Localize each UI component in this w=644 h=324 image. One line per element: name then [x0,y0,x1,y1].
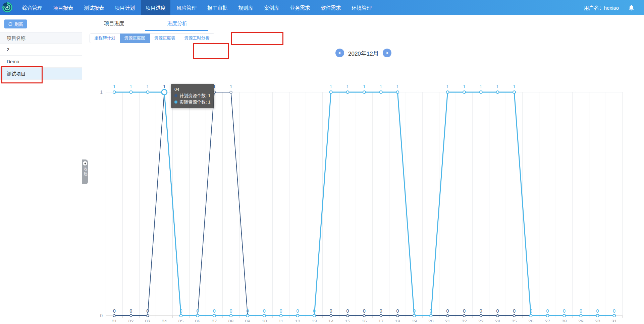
point-planned-22[interactable] [463,315,466,317]
app-logo[interactable] [0,0,15,15]
point-actual-30[interactable] [596,314,599,317]
sidebar-collapse-handle[interactable]: 收起 [82,159,88,184]
point-planned-14[interactable] [330,315,332,317]
point-actual-08[interactable] [230,314,232,317]
point-planned-15[interactable] [346,315,349,317]
value-label-bottom-08: 0 [230,308,232,314]
tab-1[interactable]: 项目进度 [83,15,146,31]
point-actual-07[interactable] [213,314,216,317]
nav-item-11[interactable]: 软件需求 [316,0,345,15]
point-actual-25[interactable] [513,91,516,93]
point-actual-18[interactable] [396,91,399,93]
nav-item-5[interactable]: 项目进度 [141,0,170,15]
point-actual-15[interactable] [346,91,349,93]
point-actual-16[interactable] [363,91,366,93]
point-planned-17[interactable] [380,315,382,317]
resource-progress-chart[interactable]: 1001020304050607080910111213141516171819… [94,67,637,322]
nav-item-8[interactable]: 规则库 [233,0,258,15]
value-label-bottom-16: 0 [363,308,366,314]
nav-item-6[interactable]: 风险管理 [172,0,201,15]
x-tick-label-19: 19 [412,319,417,322]
point-actual-09[interactable] [246,314,249,317]
x-tick-label-15: 15 [345,319,351,322]
point-actual-26[interactable] [530,314,532,317]
point-planned-24[interactable] [496,315,499,317]
point-actual-17[interactable] [380,91,382,93]
subtab-3[interactable]: 资源进度表 [150,34,180,43]
point-actual-23[interactable] [480,91,482,93]
subtab-2[interactable]: 资源进度图 [120,34,150,43]
value-label-top-03: 1 [146,84,149,89]
x-tick-label-25: 25 [512,319,517,322]
project-row-3[interactable]: 测试项目 [0,68,82,80]
point-actual-28[interactable] [563,314,566,317]
nav-item-4[interactable]: 项目计划 [110,0,140,15]
point-actual-21[interactable] [446,91,449,93]
point-planned-01[interactable] [113,315,115,317]
project-table: 项目名称 2Demo测试项目 [0,32,82,80]
subtab-4[interactable]: 资源工时分析 [180,34,214,43]
point-planned-25[interactable] [513,315,516,317]
point-planned-02[interactable] [130,315,132,317]
x-tick-label-06: 06 [195,319,200,322]
value-label-top-23: 1 [480,84,482,89]
subtab-1[interactable]: 里程碑计划 [90,34,120,43]
point-actual-13[interactable] [313,314,316,317]
project-row-1[interactable]: 2 [0,44,82,56]
value-label-bottom-29: 0 [580,308,582,314]
value-label-bottom-03: 0 [146,308,149,314]
x-tick-label-24: 24 [495,319,500,322]
point-planned-07[interactable] [213,91,215,93]
tab-2[interactable]: 进度分析 [146,15,209,31]
point-actual-24[interactable] [496,91,499,93]
nav-item-2[interactable]: 项目报表 [48,0,78,15]
point-actual-27[interactable] [546,314,549,317]
point-actual-10[interactable] [263,314,266,317]
point-actual-22[interactable] [463,91,466,93]
point-planned-08[interactable] [230,91,232,93]
point-actual-03[interactable] [146,91,149,93]
refresh-icon [8,22,13,26]
nav-item-3[interactable]: 测试报表 [79,0,109,15]
x-tick-label-29: 29 [578,319,584,322]
point-actual-19[interactable] [413,314,416,317]
prev-month-button[interactable]: < [335,49,344,57]
point-planned-18[interactable] [396,315,399,317]
bell-icon[interactable] [628,4,635,11]
point-actual-14[interactable] [330,91,332,93]
nav-item-7[interactable]: 报工审批 [203,0,232,15]
next-month-button[interactable]: > [383,49,391,57]
point-actual-20[interactable] [430,314,432,317]
point-actual-02[interactable] [130,91,132,93]
value-label-bottom-23: 0 [480,308,482,314]
value-label-bottom-11: 0 [280,308,282,314]
point-actual-29[interactable] [580,314,582,317]
point-actual-05[interactable] [180,314,182,317]
nav-item-12[interactable]: 环境管理 [347,0,376,15]
point-planned-21[interactable] [446,315,449,317]
nav-item-9[interactable]: 案例库 [259,0,284,15]
point-planned-23[interactable] [480,315,482,317]
value-label-top-22: 1 [463,84,466,89]
nav-item-10[interactable]: 业务需求 [285,0,315,15]
refresh-button[interactable]: 刷新 [4,19,27,28]
point-actual-06[interactable] [196,314,199,317]
point-actual-11[interactable] [280,314,282,317]
nav-item-1[interactable]: 综合管理 [17,0,47,15]
x-tick-label-21: 21 [445,319,450,322]
value-label-top-18: 1 [396,84,399,89]
point-planned-16[interactable] [363,315,366,317]
x-tick-label-14: 14 [328,319,334,322]
value-label-top-01: 1 [113,84,116,89]
value-label-top-07: 1 [213,84,216,89]
project-table-header: 项目名称 [0,32,82,44]
value-label-bottom-27: 0 [546,308,549,314]
point-planned-03[interactable] [147,315,149,317]
point-actual-12[interactable] [296,314,299,317]
project-row-2[interactable]: Demo [0,56,82,68]
point-actual-hovered-04[interactable] [162,89,167,95]
x-tick-label-31: 31 [611,319,617,322]
point-actual-31[interactable] [613,314,615,317]
point-actual-01[interactable] [113,91,116,93]
value-label-bottom-07: 0 [213,308,216,314]
